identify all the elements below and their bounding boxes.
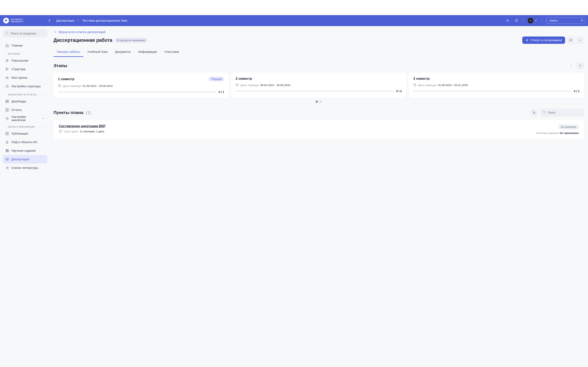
sidebar-item-label: Настройки структуры <box>11 85 41 88</box>
book-icon <box>5 108 9 112</box>
progress-bar <box>413 91 571 92</box>
svg-point-3 <box>6 59 7 60</box>
sidebar-item-analytics-settings[interactable]: Настройки аналитики <box>3 114 47 123</box>
sidebar-item-label: Отчеты <box>11 108 22 111</box>
tabs: Процесс работы Учебный план Документы Ин… <box>53 48 584 57</box>
dashboard-icon <box>5 100 9 103</box>
svg-rect-14 <box>6 102 7 103</box>
back-link[interactable]: Вернуться в список диссертаций <box>53 30 105 34</box>
lightning-icon <box>526 39 529 42</box>
calendar-icon <box>236 83 239 87</box>
sidebar-item-struct-settings[interactable]: Настройки структуры <box>3 82 47 91</box>
global-search-input[interactable] <box>546 17 586 24</box>
svg-point-10 <box>7 86 8 87</box>
page-title: Диссертационная работа <box>53 38 112 43</box>
sidebar-item-reports[interactable]: Отчеты <box>3 106 47 114</box>
sort-button[interactable] <box>530 109 538 116</box>
logo[interactable]: SECHENOV UNIVERSITY <box>2 18 25 24</box>
logo-text: SECHENOV UNIVERSITY <box>11 18 24 23</box>
breadcrumb: Диссертации Тестовая диссертационная тем… <box>56 19 127 23</box>
report-text: Отчетные данные 1/1 заполнено <box>536 132 579 134</box>
tab-documents[interactable]: Документы <box>112 48 134 57</box>
search-icon <box>5 31 9 35</box>
breadcrumb-current: Тестовая диссертационная тема <box>82 19 127 22</box>
graduation-cap-icon <box>5 157 9 161</box>
plan-item-meta: Срок сдачи 11 месяцев, 1 день <box>59 130 536 133</box>
stage-card[interactable]: 3 семестр Даты периода 01.09.2024 - 25.0… <box>409 73 584 98</box>
tab-curriculum[interactable]: Учебный план <box>84 48 111 57</box>
dot[interactable] <box>320 100 322 103</box>
sidebar-item-journals[interactable]: Научные издания <box>3 146 47 155</box>
sidebar-item-rid[interactable]: РИД и объекты ИС <box>3 138 47 146</box>
progress-text: 0 / 1 <box>574 90 579 93</box>
group-icon <box>5 76 9 80</box>
nav-group-header: ИНТРАНЕТ <box>3 53 47 55</box>
dots-icon <box>579 39 582 42</box>
svg-point-23 <box>543 111 545 113</box>
sidebar-item-mygroups[interactable]: Мои группы <box>3 73 47 82</box>
plan-item-link[interactable]: Составление аннотации ВКР <box>59 124 105 128</box>
more-button[interactable] <box>577 36 584 44</box>
books-icon <box>5 149 9 152</box>
sidebar-search-input[interactable] <box>3 29 47 38</box>
stage-card[interactable]: 2 семестр Даты периода 09.02.2024 - 30.0… <box>231 73 406 98</box>
svg-point-9 <box>8 77 8 77</box>
separator <box>542 18 542 23</box>
calendar-icon <box>58 84 61 87</box>
svg-point-15 <box>7 118 8 119</box>
breadcrumb-root[interactable]: Диссертации <box>56 19 74 22</box>
home-icon <box>5 44 9 47</box>
nav-group-header: НАУКА И ИННОВАЦИИ <box>3 125 47 128</box>
dot[interactable] <box>316 100 318 103</box>
content: Вернуться в список диссертаций Диссертац… <box>50 26 588 367</box>
sidebar: Главная ИНТРАНЕТ Персоналии Структура Мо… <box>0 26 50 367</box>
chat-icon <box>569 39 572 42</box>
svg-point-18 <box>580 40 580 40</box>
pin-toggle-icon[interactable] <box>46 17 53 24</box>
sidebar-item-label: Диссертации <box>11 158 29 161</box>
status-approval-button[interactable]: Статус и согласование <box>522 36 565 44</box>
sidebar-item-dashboards[interactable]: Дашборды <box>3 97 47 106</box>
separator <box>523 18 523 23</box>
plan-heading: Пункты плана (1) <box>53 110 91 115</box>
tab-process[interactable]: Процесс работы <box>53 48 83 57</box>
sidebar-item-dissertations[interactable]: Диссертации <box>3 155 47 164</box>
svg-rect-11 <box>6 100 7 101</box>
stage-name: 1 семестр <box>58 77 74 81</box>
svg-point-17 <box>579 40 580 40</box>
browser-chrome-area <box>0 0 588 15</box>
svg-rect-21 <box>236 84 238 86</box>
sidebar-item-people[interactable]: Персоналии <box>3 56 47 65</box>
current-chip: Текущий <box>209 77 224 81</box>
tab-participants[interactable]: Участники <box>161 48 182 57</box>
review-chip: На проверке <box>558 124 579 129</box>
svg-point-8 <box>6 77 7 78</box>
user-menu[interactable] <box>526 17 539 24</box>
status-badge: В процессе написания <box>115 38 147 43</box>
sidebar-item-label: Дашборды <box>11 100 26 103</box>
tab-info[interactable]: Информация <box>135 48 160 57</box>
sidebar-item-bibliography[interactable]: Списки литературы <box>3 164 47 172</box>
stages-next-button[interactable] <box>577 62 584 69</box>
stage-dates: Даты периода 01.09.2024 - 25.01.2025 <box>413 83 579 87</box>
stages-prev-button[interactable] <box>568 62 575 69</box>
svg-rect-22 <box>414 84 416 86</box>
comments-button[interactable] <box>567 36 575 44</box>
help-icon[interactable] <box>513 17 520 24</box>
svg-point-19 <box>581 40 581 40</box>
search-icon <box>580 18 584 23</box>
list-icon <box>5 166 9 170</box>
chevron-right-icon <box>579 64 582 67</box>
svg-point-2 <box>6 32 8 34</box>
chevron-down-icon <box>42 117 45 120</box>
sidebar-item-publications[interactable]: Публикации <box>3 129 47 138</box>
settings-sliders-icon[interactable] <box>504 17 511 24</box>
sidebar-item-home[interactable]: Главная <box>3 41 47 50</box>
plan-search-input[interactable] <box>540 108 584 117</box>
sidebar-item-structure[interactable]: Структура <box>3 65 47 73</box>
stage-card[interactable]: 1 семестр Текущий Даты периода 01.09.202… <box>53 73 229 98</box>
sidebar-item-label: Главная <box>11 44 23 47</box>
gear-icon <box>5 117 9 120</box>
sidebar-item-label: Публикации <box>11 132 28 135</box>
svg-rect-12 <box>8 100 9 101</box>
